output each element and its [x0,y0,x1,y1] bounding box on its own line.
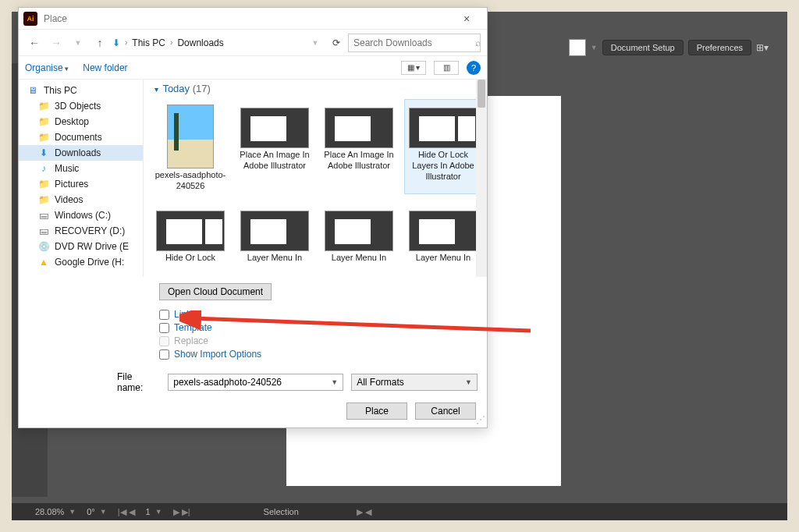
sidebar-item-music[interactable]: ♪Music [19,161,143,176]
forward-button[interactable]: → [47,34,66,52]
folder-icon: 📁 [37,179,50,190]
sidebar-item-label: Google Drive (H: [55,257,124,268]
chevron-down-icon: ▼ [100,508,107,516]
sidebar-item-label: DVD RW Drive (E [55,241,129,252]
chevron-down-icon: ▼ [155,508,162,516]
file-thumbnail [325,211,393,251]
filename-combo[interactable]: pexels-asadphoto-240526 ▼ [168,374,343,391]
sidebar-item-label: Videos [55,194,83,205]
downloads-icon: ⬇ [112,37,120,48]
file-item[interactable]: Hide Or Lock [151,202,229,266]
file-thumbnail [167,105,214,168]
rotation-value[interactable]: 0° [87,507,95,516]
fill-swatch[interactable] [569,39,586,56]
chevron-right-icon: › [125,38,127,47]
file-item[interactable]: Place An Image In Adobe Illustrator [320,99,398,194]
breadcrumb[interactable]: ⬇ › This PC › Downloads [112,37,224,48]
new-folder-button[interactable]: New folder [83,62,127,73]
search-box[interactable]: ⌕ [348,34,481,52]
file-area: ▾ Today (17) pexels-asadphoto-240526Plac… [144,80,487,277]
zoom-value[interactable]: 28.08% [35,507,64,516]
document-setup-button[interactable]: Document Setup [602,40,684,55]
sidebar-item-label: This PC [44,85,77,96]
drive-icon: 🖴 [37,210,50,221]
help-icon[interactable]: ? [467,61,481,75]
file-label: Place An Image In Adobe Illustrator [321,150,397,172]
file-thumbnail [240,211,309,251]
sidebar-item-label: Windows (C:) [55,210,111,221]
file-label: Hide Or Lock Layers In Adobe Illustrator [405,150,481,182]
recent-dropdown[interactable]: ▼ [69,34,87,52]
sidebar: 🖥This PC📁3D Objects📁Desktop📁Documents⬇Do… [19,80,144,277]
show-import-checkbox[interactable] [159,349,169,360]
folder-icon: 📁 [37,101,50,112]
path-dropdown[interactable]: ▼ [306,34,325,52]
organise-menu[interactable]: Organise [25,62,69,73]
place-button[interactable]: Place [346,403,407,420]
sidebar-item-label: 3D Objects [55,101,101,112]
sidebar-item-recovery-d-[interactable]: 🖴RECOVERY (D:) [19,223,143,239]
file-item[interactable]: pexels-asadphoto-240526 [151,99,229,194]
sidebar-item-windows-c-[interactable]: 🖴Windows (C:) [19,207,143,223]
preferences-button[interactable]: Preferences [688,40,751,55]
show-import-label: Show Import Options [174,349,261,360]
illustrator-app-icon: Ai [23,12,37,26]
file-label: Layer Menu In [247,253,302,264]
link-checkbox[interactable] [159,310,169,320]
breadcrumb-root[interactable]: This PC [132,37,165,48]
chevron-down-icon: ▼ [591,44,598,51]
link-label: Link [174,309,191,320]
sidebar-item-downloads[interactable]: ⬇Downloads [19,145,143,161]
dl-icon: ⬇ [37,147,50,158]
resize-grip[interactable]: ⋰ [476,417,485,426]
nav-bar: ← → ▼ ↑ ⬇ › This PC › Downloads ▼ ⟳ ⌕ [19,30,487,56]
up-button[interactable]: ↑ [91,34,109,52]
filename-label: File name: [117,371,160,393]
filetype-combo[interactable]: All Formats ▼ [351,374,478,391]
chevron-down-icon: ▼ [465,378,472,386]
scrollbar[interactable] [476,80,487,277]
tool-mode: Selection [264,507,299,516]
preview-pane-button[interactable]: ▥ [434,61,459,75]
back-button[interactable]: ← [25,34,44,52]
file-item[interactable]: Layer Menu In [236,202,314,266]
close-button[interactable]: × [451,12,482,25]
sidebar-item-documents[interactable]: 📁Documents [19,129,143,145]
folder-icon: 📁 [37,116,50,127]
search-input[interactable] [353,37,471,48]
file-label: pexels-asadphoto-240526 [152,170,229,192]
view-mode-button[interactable]: ▦ ▾ [401,61,426,75]
file-thumbnail [409,211,478,251]
sidebar-item-3d-objects[interactable]: 📁3D Objects [19,98,143,114]
group-header[interactable]: ▾ Today (17) [151,81,482,99]
chevron-down-icon: ▾ [154,85,158,94]
gdrive-icon: ▲ [37,257,50,268]
file-grid: pexels-asadphoto-240526Place An Image In… [151,99,482,265]
chevron-down-icon: ▼ [69,508,76,516]
dialog-buttons: Place Cancel [19,398,487,427]
sidebar-item-label: Music [55,163,79,174]
sidebar-item-this-pc[interactable]: 🖥This PC [19,83,143,98]
breadcrumb-folder[interactable]: Downloads [177,37,223,48]
folder-icon: 📁 [37,194,50,205]
file-item[interactable]: Layer Menu In [404,202,482,266]
filetype-value: All Formats [357,377,404,388]
template-checkbox[interactable] [159,323,169,333]
sidebar-item-label: Desktop [55,116,89,127]
sidebar-item-pictures[interactable]: 📁Pictures [19,176,143,192]
page-value[interactable]: 1 [146,507,151,516]
sidebar-item-label: Downloads [55,147,101,158]
flyout-icon[interactable]: ⊞▾ [756,42,769,53]
dvd-icon: 💿 [37,241,50,252]
file-item[interactable]: Layer Menu In [320,202,398,266]
cancel-button[interactable]: Cancel [415,403,476,420]
sidebar-item-google-drive-h-[interactable]: ▲Google Drive (H: [19,254,143,270]
sidebar-item-dvd-rw-drive-e[interactable]: 💿DVD RW Drive (E [19,239,143,254]
file-item[interactable]: Hide Or Lock Layers In Adobe Illustrator [404,99,482,194]
sidebar-item-desktop[interactable]: 📁Desktop [19,114,143,129]
file-item[interactable]: Place An Image In Adobe Illustrator [236,99,314,194]
sidebar-item-videos[interactable]: 📁Videos [19,192,143,207]
refresh-button[interactable]: ⟳ [328,37,345,48]
pc-icon: 🖥 [27,85,39,96]
open-cloud-document-button[interactable]: Open Cloud Document [159,283,272,300]
